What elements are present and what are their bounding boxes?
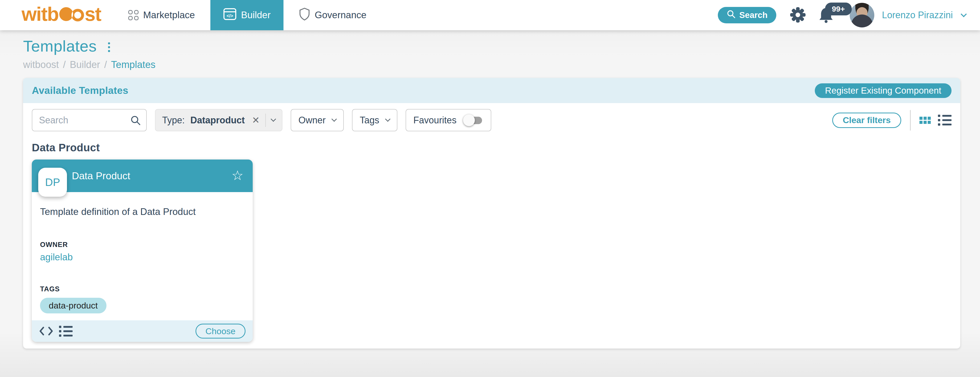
divider bbox=[265, 114, 266, 127]
breadcrumb: witboost / Builder / Templates bbox=[23, 59, 960, 70]
details-list-icon[interactable] bbox=[59, 326, 73, 337]
avatar[interactable] bbox=[850, 3, 874, 27]
svg-text:</>: </> bbox=[226, 13, 233, 19]
svg-text:st: st bbox=[85, 3, 101, 25]
owner-label: OWNER bbox=[40, 241, 245, 249]
list-view-icon[interactable] bbox=[938, 115, 951, 126]
close-icon[interactable]: ✕ bbox=[252, 115, 259, 126]
panel-title: Available Templates bbox=[32, 85, 128, 96]
nav-item-label: Governance bbox=[315, 10, 367, 21]
clear-filters-button[interactable]: Clear filters bbox=[832, 113, 901, 128]
template-card-header: DP Data Product ☆ bbox=[32, 159, 253, 192]
search-input[interactable] bbox=[32, 109, 147, 131]
breadcrumb-separator: / bbox=[104, 59, 107, 70]
divider bbox=[910, 110, 911, 130]
kebab-menu-icon[interactable] bbox=[108, 42, 110, 52]
owner-filter-dropdown[interactable]: Owner bbox=[291, 109, 344, 131]
template-search bbox=[32, 109, 147, 131]
type-filter-chip[interactable]: Type: Dataproduct ✕ bbox=[155, 109, 282, 131]
choose-button[interactable]: Choose bbox=[196, 324, 245, 339]
builder-window-icon: </> bbox=[223, 8, 237, 23]
tags-label: TAGS bbox=[40, 285, 245, 293]
page-title: Templates bbox=[23, 37, 97, 55]
global-search-button[interactable]: Search bbox=[718, 7, 776, 23]
favourite-star-icon[interactable]: ☆ bbox=[231, 169, 243, 182]
template-card-body: Template definition of a Data Product OW… bbox=[32, 192, 253, 320]
favourites-filter: Favourites bbox=[406, 109, 491, 131]
breadcrumb-separator: / bbox=[63, 59, 66, 70]
chevron-down-icon bbox=[331, 116, 337, 122]
nav-item-governance[interactable]: Governance bbox=[299, 8, 367, 23]
user-name[interactable]: Lorenzo Pirazzini bbox=[882, 10, 953, 21]
top-navbar: witb st Marketplace </> Builder Governan… bbox=[0, 0, 980, 30]
nav-item-marketplace[interactable]: Marketplace bbox=[128, 10, 195, 21]
page-content: Templates witboost / Builder / Templates… bbox=[0, 37, 980, 348]
template-card: DP Data Product ☆ Template definition of… bbox=[32, 159, 253, 342]
gear-icon bbox=[790, 7, 806, 24]
svg-text:witb: witb bbox=[21, 3, 59, 25]
template-initials-badge: DP bbox=[38, 168, 67, 197]
type-filter-prefix: Type: bbox=[162, 115, 185, 126]
breadcrumb-templates: Templates bbox=[111, 59, 156, 70]
code-icon[interactable] bbox=[39, 326, 53, 336]
search-icon bbox=[727, 10, 736, 21]
shield-icon bbox=[299, 8, 310, 23]
templates-panel: Available Templates Register Existing Co… bbox=[23, 78, 960, 348]
grid-view-icon[interactable] bbox=[920, 117, 931, 124]
breadcrumb-witboost[interactable]: witboost bbox=[23, 59, 59, 70]
tag-chip: data-product bbox=[40, 298, 107, 313]
register-existing-component-button[interactable]: Register Existing Component bbox=[815, 83, 951, 98]
nav-item-builder[interactable]: </> Builder bbox=[210, 0, 283, 30]
grid-icon bbox=[128, 10, 138, 20]
type-filter-value: Dataproduct bbox=[190, 115, 245, 126]
template-card-title: Data Product bbox=[72, 170, 130, 181]
template-card-footer: Choose bbox=[32, 320, 253, 342]
search-icon bbox=[130, 115, 141, 126]
witboost-logo[interactable]: witb st bbox=[21, 2, 106, 28]
chevron-down-icon[interactable] bbox=[270, 116, 276, 122]
nav-item-label: Marketplace bbox=[143, 10, 195, 21]
filter-toolbar: Type: Dataproduct ✕ Owner Tags Favourite… bbox=[23, 103, 960, 131]
panel-header: Available Templates Register Existing Co… bbox=[23, 78, 960, 103]
owner-link[interactable]: agilelab bbox=[40, 252, 73, 262]
section-title: Data Product bbox=[32, 142, 960, 154]
notification-count-badge: 99+ bbox=[825, 3, 852, 15]
settings-button[interactable] bbox=[790, 7, 806, 24]
breadcrumb-builder[interactable]: Builder bbox=[70, 59, 100, 70]
view-controls: Clear filters bbox=[832, 110, 951, 130]
chevron-down-icon[interactable] bbox=[961, 11, 967, 17]
tags-filter-dropdown[interactable]: Tags bbox=[352, 109, 398, 131]
favourites-toggle[interactable] bbox=[463, 114, 484, 126]
nav-item-label: Builder bbox=[241, 10, 270, 21]
chevron-down-icon bbox=[385, 116, 390, 122]
notifications-button[interactable]: 99+ bbox=[818, 7, 834, 24]
witboost-logo-art: witb st bbox=[21, 2, 106, 28]
template-description: Template definition of a Data Product bbox=[40, 207, 245, 217]
navbar-right-cluster: Search bbox=[718, 3, 966, 27]
